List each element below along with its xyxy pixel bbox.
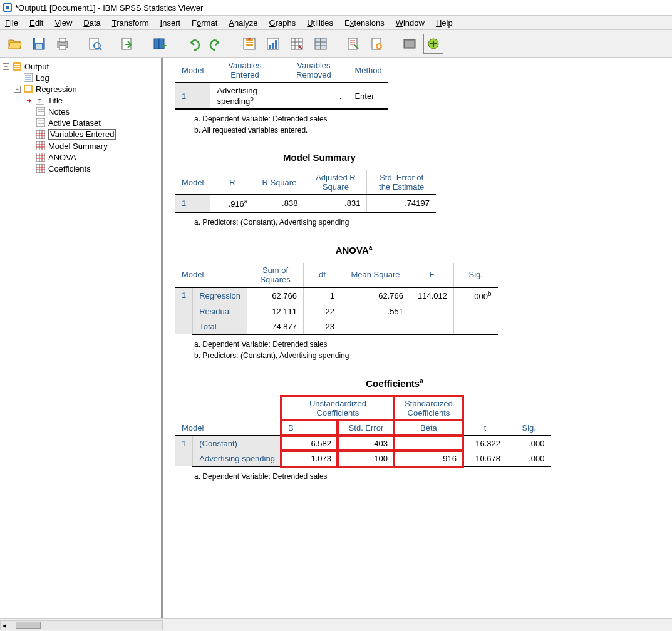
- tree-label: Output: [24, 62, 49, 71]
- scroll-thumb[interactable]: [16, 622, 41, 629]
- menu-view[interactable]: View: [54, 18, 72, 28]
- tree-item-regression[interactable]: − Regression: [3, 83, 158, 95]
- svg-text:T: T: [38, 98, 41, 104]
- footnote-a: a. Predictors: (Constant), Advertising s…: [194, 218, 659, 227]
- menu-window[interactable]: Window: [396, 18, 425, 28]
- menu-utilities[interactable]: Utilities: [307, 18, 333, 28]
- recall-button[interactable]: [150, 34, 170, 54]
- menu-file[interactable]: File: [5, 18, 18, 28]
- main-area: − Output Log − Regression ➜ T Title Note…: [0, 58, 672, 618]
- cell-ms: .551: [341, 304, 410, 319]
- cell-se: .403: [338, 436, 394, 451]
- table-row: 1 Regression 62.766 1 62.766 114.012 .00…: [175, 287, 498, 304]
- script-button[interactable]: [367, 34, 387, 54]
- svg-rect-8: [59, 46, 66, 49]
- collapse-icon[interactable]: −: [14, 86, 21, 93]
- col-model: Model: [175, 170, 210, 195]
- menu-extensions[interactable]: Extensions: [344, 18, 385, 28]
- table-row: Total 74.877 23: [175, 319, 498, 334]
- cell-sig: [454, 319, 498, 334]
- tables-button[interactable]: [287, 34, 307, 54]
- designate-button[interactable]: [400, 34, 420, 54]
- export-button[interactable]: [118, 34, 138, 54]
- collapse-icon[interactable]: −: [3, 63, 9, 70]
- cell-adjr: .831: [304, 195, 367, 212]
- footnote-a: a. Dependent Variable: Detrended sales: [194, 115, 659, 123]
- output-icon: [12, 61, 22, 71]
- menu-help[interactable]: Help: [436, 18, 453, 28]
- cell-ms: [341, 319, 410, 334]
- cell-sig: .000b: [454, 287, 498, 304]
- regression-folder-icon: [23, 84, 33, 94]
- col-sig: Sig.: [507, 396, 551, 436]
- model-summary-title: Model Summary: [175, 152, 463, 163]
- newblock-button[interactable]: [423, 34, 443, 54]
- scroll-left-icon[interactable]: ◂: [1, 621, 8, 630]
- chart-button[interactable]: [263, 34, 283, 54]
- tree-label: Active Dataset: [48, 118, 101, 128]
- cell-rsq: .838: [254, 195, 304, 212]
- cell-b: 6.582: [281, 436, 338, 451]
- autoscript-button[interactable]: [343, 34, 363, 54]
- pivot-button[interactable]: [311, 34, 331, 54]
- save-button[interactable]: [29, 34, 49, 54]
- col-ms: Mean Square: [341, 263, 410, 287]
- open-button[interactable]: [5, 34, 25, 54]
- col-ss: Sum of Squares: [247, 263, 304, 287]
- cell-df: 1: [304, 287, 341, 304]
- menu-format[interactable]: Format: [192, 18, 217, 28]
- horizontal-scrollbar[interactable]: ◂: [0, 620, 163, 630]
- col-model: Model: [175, 396, 281, 436]
- window-title: *Output1 [Document1] - IBM SPSS Statisti…: [15, 3, 203, 13]
- footnote-a: a. Dependent Variable: Detrended sales: [194, 472, 659, 481]
- cell-ss: 74.877: [247, 319, 304, 334]
- tree-label: Notes: [48, 107, 70, 116]
- tree-item-anova[interactable]: ANOVA: [3, 151, 158, 163]
- col-t: t: [463, 396, 507, 436]
- menu-insert[interactable]: Insert: [160, 18, 181, 28]
- svg-rect-51: [25, 88, 31, 90]
- footnote-a: a. Dependent Variable: Detrended sales: [194, 340, 659, 349]
- tree-item-model-summary[interactable]: Model Summary: [3, 140, 158, 151]
- tree-item-log[interactable]: Log: [3, 72, 158, 83]
- menu-graphs[interactable]: Graphs: [269, 18, 296, 28]
- svg-rect-44: [14, 68, 20, 69]
- tree-label: Log: [36, 73, 49, 83]
- tree-root-output[interactable]: − Output: [3, 61, 158, 72]
- cell-f: 114.012: [410, 287, 454, 304]
- table-row: Advertising spending 1.073 .100 .916 10.…: [175, 451, 551, 466]
- cell-f: [410, 304, 454, 319]
- toolbar: [0, 30, 672, 58]
- tree-label: Model Summary: [48, 141, 108, 151]
- cell-label: Advertising spending: [193, 451, 282, 466]
- menu-analyze[interactable]: Analyze: [229, 18, 257, 28]
- cell-ss: 62.766: [247, 287, 304, 304]
- cell-model: 1: [175, 83, 210, 109]
- col-removed: Variables Removed: [279, 58, 348, 83]
- cell-beta: .916: [394, 451, 463, 466]
- menu-edit[interactable]: Edit: [29, 18, 43, 28]
- tree-item-variables-entered[interactable]: Variables Entered: [3, 128, 158, 140]
- content-pane[interactable]: Model Variables Entered Variables Remove…: [163, 58, 672, 618]
- svg-rect-15: [159, 39, 164, 49]
- svg-rect-4: [35, 38, 43, 43]
- col-entered: Variables Entered: [210, 58, 279, 83]
- col-method: Method: [348, 58, 388, 83]
- table-row: 1 Advertising spendingb . Enter: [175, 83, 388, 109]
- outline-tree[interactable]: − Output Log − Regression ➜ T Title Note…: [0, 58, 163, 618]
- preview-button[interactable]: [85, 34, 105, 54]
- menu-transform[interactable]: Transform: [112, 18, 149, 28]
- tree-label: Regression: [36, 85, 77, 94]
- tree-item-notes[interactable]: Notes: [3, 106, 158, 117]
- svg-rect-27: [321, 38, 326, 49]
- undo-button[interactable]: [183, 34, 203, 54]
- tree-item-coefficients[interactable]: Coefficients: [3, 163, 158, 174]
- svg-rect-20: [275, 40, 277, 49]
- tree-item-title[interactable]: ➜ T Title: [3, 95, 158, 106]
- redo-button[interactable]: [207, 34, 227, 54]
- tree-item-active-dataset[interactable]: Active Dataset: [3, 117, 158, 128]
- cell-model: 1: [175, 436, 193, 466]
- menu-data[interactable]: Data: [83, 18, 100, 28]
- print-button[interactable]: [53, 34, 73, 54]
- goto-button[interactable]: [239, 34, 259, 54]
